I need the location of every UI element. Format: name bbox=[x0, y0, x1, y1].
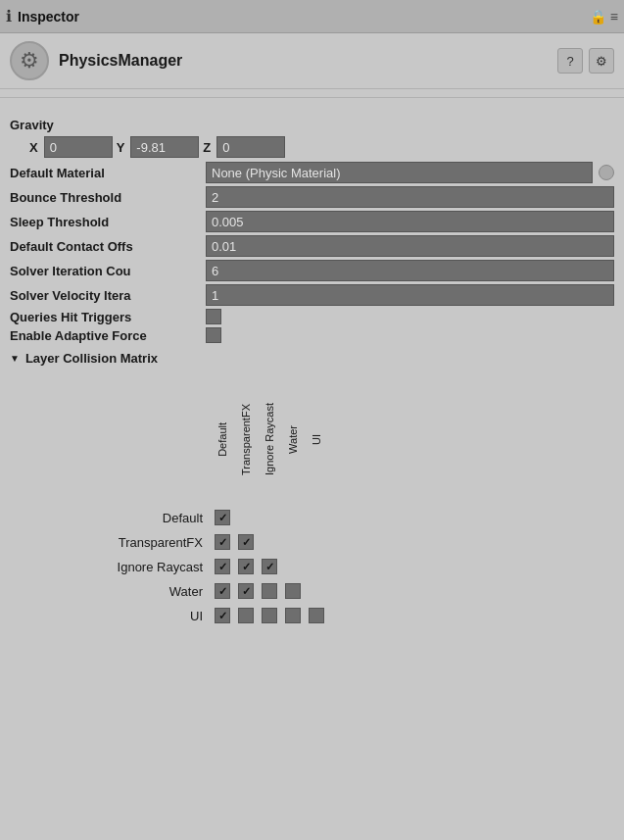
col-header-2: Ignore Raycast bbox=[264, 403, 275, 475]
col-header-0: Default bbox=[216, 422, 228, 457]
matrix-cell-1-0[interactable]: ✓ bbox=[215, 534, 230, 550]
title-bar-right: 🔒 ≡ bbox=[590, 9, 618, 25]
matrix-cell-3-0[interactable]: ✓ bbox=[215, 583, 230, 599]
matrix-section: ▼ Layer Collision Matrix DefaultTranspar… bbox=[10, 351, 614, 626]
gravity-z-input[interactable] bbox=[216, 136, 285, 158]
matrix-cell-4-0[interactable]: ✓ bbox=[215, 608, 230, 623]
matrix-cell-3-1[interactable]: ✓ bbox=[238, 583, 254, 599]
gravity-y-input[interactable] bbox=[130, 136, 199, 158]
matrix-cell-4-1[interactable] bbox=[238, 608, 254, 623]
matrix-row-3: Water✓✓ bbox=[29, 580, 614, 602]
title-bar-left: ℹ Inspector bbox=[6, 7, 79, 25]
default-contact-offs-input[interactable] bbox=[206, 235, 614, 257]
matrix-cell-2-0[interactable]: ✓ bbox=[215, 559, 230, 574]
matrix-row-2: Ignore Raycast✓✓✓ bbox=[29, 556, 614, 577]
matrix-cell-4-2[interactable] bbox=[262, 608, 277, 623]
bounce-threshold-label: Bounce Threshold bbox=[10, 190, 206, 205]
lock-icon[interactable]: 🔒 bbox=[590, 9, 606, 25]
component-title: PhysicsManager bbox=[59, 52, 548, 70]
gravity-x-input[interactable] bbox=[44, 136, 113, 158]
gravity-y-label: Y bbox=[117, 140, 125, 155]
queries-hit-triggers-row: Queries Hit Triggers bbox=[10, 309, 614, 324]
col-header-3: Water bbox=[287, 425, 299, 454]
default-material-value: None (Physic Material) bbox=[212, 166, 341, 180]
sleep-threshold-input[interactable] bbox=[206, 211, 614, 232]
title-bar-label: Inspector bbox=[18, 9, 79, 25]
matrix-header[interactable]: ▼ Layer Collision Matrix bbox=[10, 351, 614, 366]
collapse-triangle-icon: ▼ bbox=[10, 353, 20, 364]
matrix-row-label-1: TransparentFX bbox=[29, 535, 211, 550]
solver-iteration-cou-input[interactable] bbox=[206, 260, 614, 281]
queries-hit-triggers-label: Queries Hit Triggers bbox=[10, 310, 206, 324]
gravity-x-label: X bbox=[29, 140, 38, 155]
matrix-row-label-2: Ignore Raycast bbox=[29, 560, 211, 574]
matrix-row-4: UI✓ bbox=[29, 605, 614, 626]
solver-velocity-itera-row: Solver Velocity Itera bbox=[10, 284, 614, 306]
material-picker-button[interactable] bbox=[599, 165, 614, 180]
gravity-section: Gravity X Y Z bbox=[10, 118, 614, 158]
matrix-row-label-0: Default bbox=[29, 511, 211, 525]
default-contact-offs-row: Default Contact Offs bbox=[10, 235, 614, 257]
default-material-label: Default Material bbox=[10, 166, 206, 180]
info-icon: ℹ bbox=[6, 7, 12, 25]
matrix-cell-2-2[interactable]: ✓ bbox=[262, 559, 277, 574]
component-icon: ⚙ bbox=[10, 41, 49, 80]
col-header-1: TransparentFX bbox=[240, 404, 252, 475]
solver-iteration-cou-label: Solver Iteration Cou bbox=[10, 264, 206, 278]
title-bar: ℹ Inspector 🔒 ≡ bbox=[0, 0, 624, 33]
enable-adaptive-force-row: Enable Adaptive Force bbox=[10, 327, 614, 343]
matrix-render: DefaultTransparentFXIgnore RaycastWaterU… bbox=[29, 375, 614, 626]
matrix-cell-3-2[interactable] bbox=[262, 583, 277, 599]
matrix-cell-0-0[interactable]: ✓ bbox=[215, 510, 230, 525]
sleep-threshold-label: Sleep Threshold bbox=[10, 215, 206, 229]
sleep-threshold-row: Sleep Threshold bbox=[10, 211, 614, 232]
matrix-cell-4-4[interactable] bbox=[309, 608, 324, 623]
matrix-cell-3-3[interactable] bbox=[285, 583, 301, 599]
settings-button[interactable]: ⚙ bbox=[589, 48, 614, 74]
default-material-field[interactable]: None (Physic Material) bbox=[206, 162, 593, 183]
menu-icon[interactable]: ≡ bbox=[610, 9, 618, 25]
component-actions: ? ⚙ bbox=[557, 48, 614, 74]
matrix-section-label: Layer Collision Matrix bbox=[25, 351, 158, 366]
header-divider bbox=[0, 97, 624, 98]
component-header: ⚙ PhysicsManager ? ⚙ bbox=[0, 33, 624, 89]
solver-velocity-itera-label: Solver Velocity Itera bbox=[10, 288, 206, 303]
gravity-fields: X Y Z bbox=[29, 136, 614, 158]
matrix-container: DefaultTransparentFXIgnore RaycastWaterU… bbox=[29, 375, 614, 626]
matrix-row-label-3: Water bbox=[29, 584, 211, 599]
solver-iteration-cou-row: Solver Iteration Cou bbox=[10, 260, 614, 281]
solver-velocity-itera-input[interactable] bbox=[206, 284, 614, 306]
help-button[interactable]: ? bbox=[557, 48, 583, 74]
default-contact-offs-label: Default Contact Offs bbox=[10, 239, 206, 254]
queries-hit-triggers-checkbox[interactable] bbox=[206, 309, 221, 324]
inspector-content: Gravity X Y Z Default Material None (Phy… bbox=[0, 106, 624, 641]
enable-adaptive-force-checkbox[interactable] bbox=[206, 327, 221, 343]
matrix-row-0: Default✓ bbox=[29, 507, 614, 528]
col-header-4: UI bbox=[311, 434, 322, 445]
matrix-cell-2-1[interactable]: ✓ bbox=[238, 559, 254, 574]
matrix-row-label-4: UI bbox=[29, 609, 211, 623]
matrix-cell-4-3[interactable] bbox=[285, 608, 301, 623]
matrix-cell-1-1[interactable]: ✓ bbox=[238, 534, 254, 550]
default-material-row: Default Material None (Physic Material) bbox=[10, 162, 614, 183]
bounce-threshold-row: Bounce Threshold bbox=[10, 186, 614, 208]
gravity-z-label: Z bbox=[203, 140, 211, 155]
matrix-row-1: TransparentFX✓✓ bbox=[29, 531, 614, 553]
bounce-threshold-input[interactable] bbox=[206, 186, 614, 208]
gravity-label: Gravity bbox=[10, 118, 614, 132]
enable-adaptive-force-label: Enable Adaptive Force bbox=[10, 328, 206, 343]
